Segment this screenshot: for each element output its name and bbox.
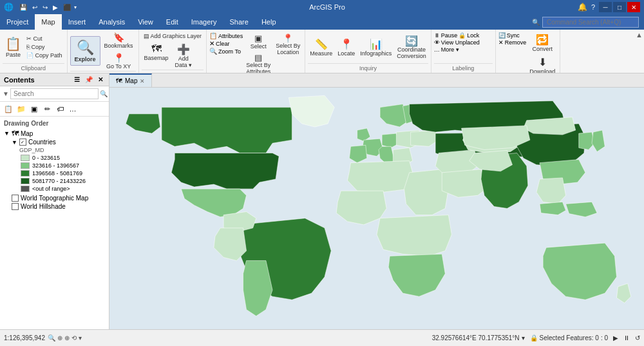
map-nav-btn1[interactable]: ⊕ — [57, 334, 62, 341]
contents-search-input[interactable] — [10, 88, 99, 99]
clear-button[interactable]: Clear — [216, 41, 230, 47]
zoom-in-btn[interactable]: 🔍 — [48, 334, 55, 341]
map-node[interactable]: ▼ 🗺 Map — [0, 129, 109, 138]
contents-tool-5[interactable]: 🏷 — [54, 103, 66, 115]
sync-icon: 🔄 — [498, 32, 506, 39]
tab-share[interactable]: Share — [223, 14, 255, 30]
hillshade-checkbox[interactable] — [12, 203, 19, 210]
legend-range-0: 0 - 323615 — [32, 155, 60, 161]
qat-redo[interactable]: ↪ — [41, 3, 50, 12]
copy-path-button[interactable]: 📄 Copy Path — [24, 52, 64, 59]
map-tab[interactable]: 🗺 Map ✕ — [109, 73, 152, 87]
countries-checkbox[interactable]: ✓ — [19, 139, 26, 146]
tab-project[interactable]: Project — [0, 14, 35, 30]
map-view-area: 🗺 Map ✕ — [109, 73, 644, 329]
tab-insert[interactable]: Insert — [62, 14, 93, 30]
map-dropdown-btn[interactable]: ▾ — [79, 334, 82, 341]
select-button[interactable]: ▣ Select — [244, 32, 272, 51]
command-search-input[interactable] — [542, 17, 639, 28]
tab-imagery[interactable]: Imagery — [185, 14, 223, 30]
panel-list-view-btn[interactable]: ☰ — [72, 75, 82, 84]
select-by-attributes-button[interactable]: ▤ Select ByAttributes — [244, 52, 272, 73]
sync-button[interactable]: Sync — [507, 32, 520, 39]
help-icon[interactable]: ? — [591, 3, 595, 11]
map-tab-close-icon[interactable]: ✕ — [140, 78, 145, 84]
tab-map[interactable]: Map — [35, 14, 61, 30]
contents-tool-3[interactable]: ▣ — [28, 103, 40, 115]
ribbon-collapse[interactable]: ▲ — [634, 30, 644, 73]
add-data-button[interactable]: ➕ Add Data ▾ — [173, 42, 195, 70]
qat-stop[interactable]: ⬛ — [61, 3, 73, 12]
selected-features-area: 🔒 Selected Features: 0 : 0 — [530, 334, 608, 341]
map-node-label: Map — [21, 130, 33, 137]
qat-undo[interactable]: ↩ — [30, 3, 39, 12]
legend-color-2 — [21, 170, 30, 177]
ribbon-group-layer: ▤ Add Graphics Layer 🗺 Basemap ➕ Add Dat… — [139, 30, 207, 73]
hillshade-node[interactable]: World Hillshade — [0, 202, 109, 211]
qat-run[interactable]: ▶ — [51, 3, 60, 12]
legend-item-3: 5081770 - 21433226 — [0, 177, 109, 185]
lock-button[interactable]: Lock — [467, 32, 479, 39]
contents-tool-2[interactable]: 📁 — [15, 103, 27, 115]
ribbon-group-clipboard: 📋 Paste ✂ Cut ⎘ Copy 📄 Copy Path Clipboa… — [0, 30, 68, 73]
tab-analysis[interactable]: Analysis — [92, 14, 131, 30]
contents-panel: Contents ☰ 📌 ✕ ▼ 🔍 📋 📁 ▣ ✏ 🏷 … — [0, 73, 109, 329]
remove-offline-button[interactable]: Remove — [505, 39, 527, 46]
measure-button[interactable]: 📏 Measure — [308, 37, 334, 58]
cut-button[interactable]: ✂ Cut — [24, 35, 64, 43]
status-bar: 1:126,395,942 🔍 ⊕ ⊕ ⟲ ▾ 32.92576614°E 70… — [0, 329, 644, 346]
map-nav-btn2[interactable]: ⊕ — [64, 334, 70, 341]
ribbon-group-offline: 🔄 Sync ✕ Remove 🔁 Convert ⬇ Do — [496, 30, 561, 73]
search-contents-icon[interactable]: 🔍 — [100, 90, 108, 97]
status-stop-btn[interactable]: ↺ — [635, 334, 640, 341]
locate-button[interactable]: 📍 Locate — [336, 37, 357, 58]
coordinates-dropdown[interactable]: ▾ — [522, 334, 525, 341]
clear-icon: ✕ — [209, 40, 214, 47]
maximize-btn[interactable]: □ — [613, 2, 626, 12]
labeling-group-label: Labeling — [434, 63, 493, 72]
countries-node[interactable]: ▼ ✓ Countries — [0, 138, 109, 146]
zoom-to-button[interactable]: Zoom To — [218, 48, 241, 55]
explore-button[interactable]: 🔍 Explore — [70, 36, 100, 66]
tab-help[interactable]: Help — [255, 14, 283, 30]
convert-button[interactable]: 🔁 Convert — [527, 32, 557, 53]
basemap-button[interactable]: 🗺 Basemap — [142, 42, 171, 70]
infographics-button[interactable]: 📊 Infographics — [358, 37, 393, 58]
contents-tool-more[interactable]: … — [67, 103, 79, 115]
select-by-location-button[interactable]: 📍 Select ByLocation — [274, 32, 302, 57]
download-map-button[interactable]: ⬇ DownloadMap ▾ — [527, 55, 557, 73]
copy-button[interactable]: ⎘ Copy — [24, 43, 64, 51]
qat-save[interactable]: 💾 — [17, 3, 29, 12]
go-to-xy-button[interactable]: 📍 Go To XY — [102, 52, 136, 71]
status-pause-btn[interactable]: ⏸ — [623, 334, 630, 341]
add-graphics-layer-button[interactable]: ▤ Add Graphics Layer — [142, 32, 204, 40]
minimize-btn[interactable]: ─ — [599, 2, 612, 12]
tab-edit[interactable]: Edit — [160, 14, 185, 30]
topo-checkbox[interactable] — [12, 195, 19, 202]
close-btn[interactable]: ✕ — [627, 2, 640, 12]
panel-close-btn[interactable]: ✕ — [96, 75, 105, 84]
pause-button[interactable]: Pause — [441, 32, 458, 39]
more-labeling-button[interactable]: More ▾ — [441, 46, 459, 53]
paste-button[interactable]: 📋 Paste — [3, 35, 24, 59]
tab-view[interactable]: View — [131, 14, 160, 30]
qat-dropdown[interactable]: ▾ — [74, 5, 77, 10]
map-tab-icon: 🗺 — [116, 77, 122, 84]
contents-tool-4[interactable]: ✏ — [41, 103, 53, 115]
panel-pin-btn[interactable]: 📌 — [83, 75, 95, 84]
coordinate-conversion-button[interactable]: 🔄 CoordinateConversion — [395, 34, 428, 61]
notification-icon[interactable]: 🔔 — [578, 3, 587, 12]
attributes-button[interactable]: Attributes — [218, 33, 243, 39]
bookmarks-button[interactable]: 🔖 Bookmarks — [102, 31, 136, 50]
contents-tool-1[interactable]: 📋 — [3, 103, 14, 115]
selected-features-info: : 0 — [601, 334, 608, 341]
contents-tree: Drawing Order ▼ 🗺 Map ▼ ✓ Countries GDP_… — [0, 117, 109, 329]
view-unplaced-button[interactable]: View Unplaced — [441, 39, 480, 46]
status-play-btn[interactable]: ▶ — [613, 334, 618, 341]
map-canvas[interactable] — [109, 88, 644, 329]
map-nav-btn3[interactable]: ⟲ — [71, 334, 77, 341]
legend-item-2: 1396568 - 5081769 — [0, 169, 109, 177]
coordinates-value: 32.92576614°E 70.1775351°N — [432, 334, 520, 341]
topo-map-node[interactable]: World Topographic Map — [0, 194, 109, 202]
map-tab-bar: 🗺 Map ✕ — [109, 73, 644, 88]
